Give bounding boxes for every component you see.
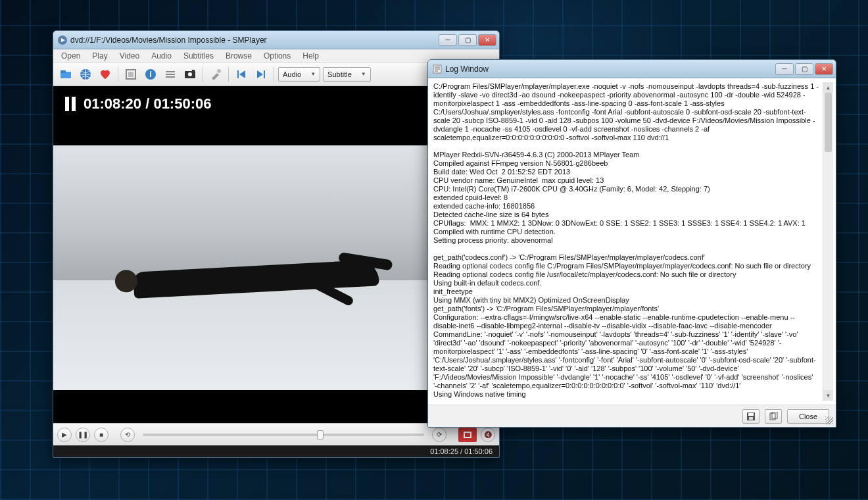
- audio-track-select[interactable]: Audio▼: [278, 67, 320, 82]
- svg-marker-17: [239, 70, 245, 78]
- pause-button[interactable]: ❚❚: [76, 428, 90, 442]
- log-maximize-button[interactable]: ▢: [795, 63, 813, 75]
- menu-help[interactable]: Help: [297, 51, 324, 61]
- menu-subtitles[interactable]: Subtitles: [178, 51, 219, 61]
- screenshot-icon[interactable]: [181, 66, 199, 83]
- svg-rect-9: [166, 71, 175, 72]
- svg-rect-22: [748, 413, 754, 416]
- svg-rect-14: [192, 70, 195, 72]
- log-title: Log Window: [445, 64, 774, 74]
- menu-audio[interactable]: Audio: [146, 51, 177, 61]
- info-icon[interactable]: i: [142, 66, 159, 83]
- svg-point-15: [217, 69, 221, 73]
- compact-mode-icon[interactable]: [122, 66, 139, 83]
- next-chapter-icon[interactable]: [253, 66, 270, 83]
- svg-rect-23: [749, 417, 753, 420]
- subtitle-track-select[interactable]: Subtitle▼: [323, 67, 371, 82]
- svg-text:i: i: [149, 70, 151, 79]
- log-window-icon: [432, 64, 443, 74]
- menu-open[interactable]: Open: [56, 51, 85, 61]
- play-button[interactable]: ▶: [57, 428, 72, 442]
- svg-rect-10: [166, 74, 175, 75]
- subtitle-track-label: Subtitle: [327, 70, 352, 78]
- svg-rect-16: [237, 70, 239, 78]
- scroll-down-icon[interactable]: ▼: [823, 390, 833, 401]
- menu-video[interactable]: Video: [114, 51, 145, 61]
- toolbar-separator: [228, 67, 229, 82]
- status-time: 01:08:25 / 01:50:06: [430, 447, 493, 455]
- pause-icon: [65, 97, 76, 111]
- svg-rect-18: [264, 70, 265, 78]
- log-window: Log Window ─ ▢ ✕ C:/Program Files/SMPlay…: [427, 59, 836, 428]
- status-bar: 01:08:25 / 01:50:06: [53, 445, 499, 457]
- toolbar-separator: [274, 67, 274, 82]
- scroll-up-icon[interactable]: ▲: [823, 82, 833, 93]
- favorites-icon[interactable]: [97, 66, 114, 83]
- fullscreen-button[interactable]: [458, 428, 477, 442]
- svg-rect-3: [60, 70, 66, 73]
- log-save-button[interactable]: [742, 409, 760, 424]
- log-copy-button[interactable]: [765, 409, 782, 424]
- toolbar-separator: [203, 67, 203, 82]
- scroll-thumb[interactable]: [825, 93, 832, 152]
- chevron-down-icon: ▼: [310, 71, 316, 77]
- close-button[interactable]: ✕: [478, 34, 496, 46]
- stop-button[interactable]: ■: [94, 428, 108, 442]
- seek-forward-button[interactable]: ⟳: [432, 428, 446, 442]
- log-minimize-button[interactable]: ─: [775, 63, 794, 75]
- menu-play[interactable]: Play: [87, 51, 112, 61]
- menu-options[interactable]: Options: [258, 51, 296, 61]
- smplayer-titlebar[interactable]: dvd://1/F:/Videos/Movies/Mission Impossi…: [53, 31, 499, 49]
- log-close-button[interactable]: ✕: [815, 63, 833, 75]
- seek-back-button[interactable]: ⟲: [120, 428, 135, 442]
- log-titlebar[interactable]: Log Window ─ ▢ ✕: [428, 60, 836, 78]
- toolbar-separator: [118, 67, 118, 82]
- log-scrollbar[interactable]: ▲ ▼: [823, 82, 833, 401]
- svg-rect-6: [128, 72, 133, 77]
- log-body: C:/Program Files/SMPlayer/mplayer/mplaye…: [428, 78, 836, 405]
- chevron-down-icon: ▼: [361, 71, 366, 77]
- seek-slider[interactable]: [143, 434, 424, 436]
- smplayer-title: dvd://1/F:/Videos/Movies/Mission Impossi…: [70, 36, 437, 45]
- osd-overlay: 01:08:20 / 01:50:06: [65, 95, 211, 113]
- audio-track-label: Audio: [283, 70, 301, 78]
- playlist-icon[interactable]: [162, 66, 179, 83]
- open-file-icon[interactable]: [57, 66, 74, 83]
- log-close-dialog-button[interactable]: Close: [787, 409, 829, 424]
- seek-thumb[interactable]: [317, 430, 324, 439]
- smplayer-app-icon: [57, 35, 68, 45]
- minimize-button[interactable]: ─: [439, 34, 457, 46]
- log-footer: Close: [428, 405, 836, 427]
- prev-chapter-icon[interactable]: [233, 66, 250, 83]
- preferences-icon[interactable]: [207, 66, 224, 83]
- osd-time: 01:08:20 / 01:50:06: [84, 95, 211, 113]
- menu-browse[interactable]: Browse: [220, 51, 257, 61]
- maximize-button[interactable]: ▢: [458, 34, 477, 46]
- resize-grip[interactable]: [825, 416, 833, 424]
- mute-button[interactable]: 🔇: [481, 428, 495, 442]
- open-url-icon[interactable]: [77, 66, 94, 83]
- log-text[interactable]: C:/Program Files/SMPlayer/mplayer/mplaye…: [433, 82, 823, 401]
- svg-marker-19: [257, 70, 263, 78]
- svg-rect-11: [166, 76, 175, 78]
- svg-point-13: [188, 72, 192, 76]
